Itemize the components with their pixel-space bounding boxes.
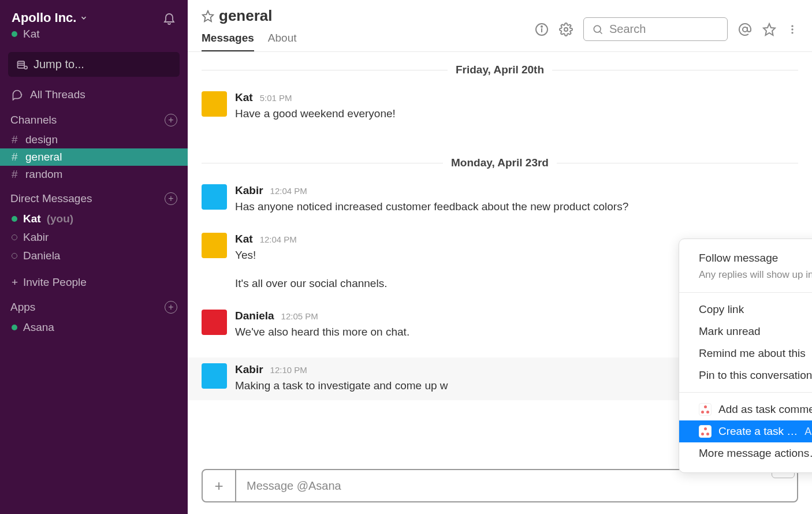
message-time: 12:10 PM — [270, 365, 307, 375]
channel-general[interactable]: #general — [0, 148, 188, 166]
gear-icon[interactable] — [559, 23, 573, 36]
channel-name: general — [219, 7, 273, 25]
app-asana[interactable]: Asana — [0, 318, 188, 337]
svg-line-10 — [600, 31, 602, 33]
message-time: 5:01 PM — [260, 93, 292, 103]
message[interactable]: Kabir12:04 PM Has anyone noticed increas… — [202, 184, 798, 215]
presence-dot-off-icon — [12, 234, 17, 240]
tab-messages[interactable]: Messages — [202, 28, 254, 51]
svg-point-14 — [791, 28, 793, 30]
asana-icon — [699, 403, 712, 416]
channels-heading: Channels — [10, 114, 57, 126]
workspace-name: Apollo Inc. — [12, 10, 76, 25]
more-icon[interactable] — [787, 23, 798, 36]
avatar[interactable] — [202, 91, 227, 117]
date-divider: Monday, April 23rd — [443, 157, 557, 169]
svg-marker-4 — [203, 10, 213, 21]
channel-design[interactable]: #design — [0, 131, 188, 148]
message-user[interactable]: Kabir — [235, 363, 263, 376]
dm-heading: Direct Messages — [10, 192, 92, 205]
current-user: Kat — [23, 28, 40, 40]
all-threads-label: All Threads — [30, 88, 85, 101]
message-user[interactable]: Kabir — [235, 184, 263, 197]
dm-daniela[interactable]: Daniela — [0, 247, 188, 265]
message-context-menu: Follow message Any replies will show up … — [679, 239, 812, 473]
message[interactable]: Kat5:01 PM Have a good weekend everyone! — [202, 91, 798, 122]
message-text: Has anyone noticed increased customer fe… — [235, 198, 798, 215]
asana-icon — [699, 425, 712, 438]
add-dm-button[interactable]: + — [165, 192, 177, 205]
apps-heading: Apps — [10, 301, 35, 314]
presence-dot-icon — [12, 216, 17, 222]
channel-header: general Messages About Sear — [188, 0, 812, 52]
divider — [679, 392, 812, 393]
presence-dot-icon — [12, 325, 17, 330]
plus-icon: + — [12, 276, 17, 289]
menu-create-task[interactable]: Create a task … Asana — [679, 420, 812, 442]
menu-add-task-comment[interactable]: Add as task comment … Asana — [679, 398, 812, 420]
svg-point-11 — [743, 27, 747, 32]
message-input[interactable]: Message @Asana — [236, 479, 797, 493]
menu-pin[interactable]: Pin to this conversation … — [679, 364, 812, 386]
message-time: 12:04 PM — [270, 186, 307, 196]
sidebar: Apollo Inc. Kat Jump to... All Threads C… — [0, 0, 188, 514]
avatar[interactable] — [202, 184, 227, 210]
svg-point-13 — [791, 25, 793, 27]
attach-button[interactable]: + — [203, 470, 236, 501]
jump-to[interactable]: Jump to... — [8, 52, 180, 77]
info-icon[interactable] — [535, 23, 549, 36]
date-divider: Friday, April 20th — [448, 64, 552, 76]
menu-follow-sub: Any replies will show up in All Threads — [679, 269, 812, 286]
svg-point-7 — [541, 26, 542, 27]
search-input[interactable]: Search — [583, 17, 728, 41]
star-icon[interactable] — [762, 23, 776, 36]
add-app-button[interactable]: + — [165, 301, 177, 314]
chevron-down-icon — [80, 14, 88, 22]
svg-point-8 — [564, 28, 568, 31]
svg-point-3 — [24, 66, 27, 69]
avatar[interactable] — [202, 363, 227, 389]
message-time: 12:04 PM — [260, 234, 297, 244]
menu-copy-link[interactable]: Copy link — [679, 299, 812, 321]
jump-to-label: Jump to... — [33, 58, 84, 71]
workspace-switcher[interactable]: Apollo Inc. — [12, 10, 88, 25]
threads-icon — [12, 89, 23, 100]
all-threads[interactable]: All Threads — [0, 85, 188, 105]
search-icon — [592, 24, 604, 35]
dm-kabir[interactable]: Kabir — [0, 228, 188, 247]
divider — [679, 292, 812, 293]
menu-more-actions[interactable]: More message actions… — [679, 442, 812, 464]
main-panel: general Messages About Sear — [188, 0, 812, 514]
message-text: Have a good weekend everyone! — [235, 105, 798, 122]
message-user[interactable]: Daniela — [235, 310, 274, 322]
composer[interactable]: + Message @Asana — [202, 469, 798, 502]
invite-people[interactable]: + Invite People — [0, 273, 188, 292]
search-placeholder: Search — [609, 23, 646, 36]
presence-dot-off-icon — [12, 253, 17, 259]
dm-kat[interactable]: Kat (you) — [0, 210, 188, 228]
message-user[interactable]: Kat — [235, 91, 253, 104]
star-icon[interactable] — [202, 10, 214, 23]
bell-icon[interactable] — [162, 11, 176, 25]
svg-point-9 — [594, 25, 601, 32]
menu-mark-unread[interactable]: Mark unread — [679, 321, 812, 342]
jump-to-icon — [16, 59, 28, 70]
svg-marker-12 — [763, 24, 775, 35]
tab-about[interactable]: About — [268, 28, 297, 51]
presence-dot-icon — [12, 31, 17, 37]
add-channel-button[interactable]: + — [165, 114, 177, 126]
avatar[interactable] — [202, 310, 227, 335]
menu-remind[interactable]: Remind me about this › — [679, 342, 812, 364]
svg-point-15 — [791, 32, 793, 33]
message-user[interactable]: Kat — [235, 233, 253, 245]
menu-follow-message[interactable]: Follow message — [679, 247, 812, 269]
channel-random[interactable]: #random — [0, 166, 188, 183]
avatar[interactable] — [202, 233, 227, 258]
mentions-icon[interactable] — [738, 23, 752, 36]
message-time: 12:05 PM — [281, 311, 318, 321]
